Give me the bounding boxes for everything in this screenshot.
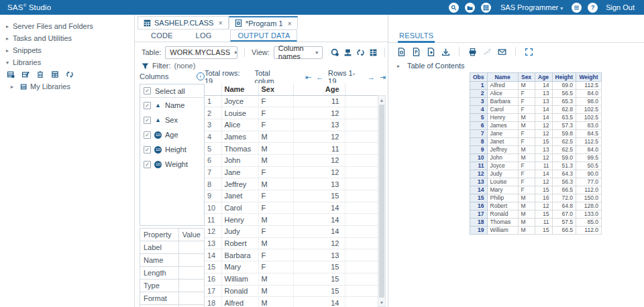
age-cell[interactable]: 14 [293, 202, 345, 214]
checkbox-checked-icon[interactable] [144, 161, 151, 168]
sex-cell[interactable]: F [258, 202, 293, 214]
age-cell[interactable]: 14 [293, 226, 345, 238]
tab-output-data[interactable]: OUTPUT DATA [230, 29, 297, 42]
table-row[interactable]: 13 Robert M 12 [205, 237, 378, 249]
row-number-cell[interactable]: 1 [205, 95, 221, 107]
age-cell[interactable]: 15 [293, 190, 345, 202]
row-number-cell[interactable]: 15 [205, 261, 221, 273]
tab-code[interactable]: CODE [144, 29, 180, 42]
row-number-cell[interactable]: 11 [205, 214, 221, 226]
goto-column-icon[interactable] [369, 48, 378, 57]
column-options-icon[interactable] [331, 48, 339, 57]
row-number-cell[interactable]: 10 [205, 202, 221, 214]
edit-library-icon[interactable] [21, 70, 30, 78]
sex-cell[interactable]: M [258, 131, 293, 143]
help-icon[interactable]: ? [588, 3, 598, 13]
name-cell[interactable]: Louise [221, 107, 258, 119]
sex-cell[interactable]: F [258, 261, 293, 273]
sign-out-button[interactable]: Sign Out [606, 3, 635, 11]
table-row[interactable]: 18 Alfred M 14 [205, 297, 378, 307]
table-row[interactable]: 6 John M 12 [205, 154, 378, 166]
checkbox-checked-icon[interactable] [144, 131, 151, 139]
download-icon[interactable] [441, 48, 450, 56]
server-status-icon[interactable] [572, 3, 582, 13]
last-page-icon[interactable]: ⇥ [380, 74, 386, 81]
row-number-cell[interactable]: 12 [205, 226, 221, 238]
name-cell[interactable]: Alfred [221, 297, 258, 307]
share-table-icon[interactable] [343, 48, 352, 57]
age-cell[interactable]: 13 [293, 249, 345, 261]
sex-cell[interactable]: M [258, 154, 293, 166]
age-cell[interactable]: 14 [293, 297, 345, 307]
new-library-icon[interactable] [7, 70, 15, 78]
column-item[interactable]: Age [140, 127, 204, 142]
table-row[interactable]: 8 Jeffrey M 13 [205, 178, 378, 190]
age-cell[interactable]: 12 [293, 166, 345, 178]
table-row[interactable]: 10 Carol F 14 [205, 202, 378, 214]
tab-program-1[interactable]: *Program 1 × [229, 16, 298, 29]
sex-cell[interactable]: F [258, 226, 293, 238]
name-cell[interactable]: Barbara [221, 249, 258, 261]
age-cell[interactable]: 11 [293, 95, 345, 107]
column-item[interactable]: Name [140, 98, 204, 113]
row-number-cell[interactable]: 18 [205, 297, 221, 307]
vertical-scrollbar[interactable]: ▲ ▼ [378, 95, 386, 307]
refresh-icon[interactable] [66, 70, 74, 78]
row-number-cell[interactable]: 14 [205, 249, 221, 261]
close-icon[interactable]: × [288, 19, 292, 27]
prev-page-icon[interactable]: ← [316, 74, 323, 81]
delete-icon[interactable] [36, 70, 44, 78]
sex-cell[interactable]: M [258, 143, 293, 155]
age-cell[interactable]: 11 [293, 143, 345, 155]
name-cell[interactable]: Henry [221, 214, 258, 226]
sex-cell[interactable]: F [258, 119, 293, 131]
age-cell[interactable]: 15 [293, 273, 345, 285]
first-page-icon[interactable]: ⇤ [305, 74, 311, 81]
table-of-contents-toggle[interactable]: ▸ Table of Contents [397, 62, 465, 70]
age-cell[interactable]: 15 [293, 261, 345, 273]
checkbox-checked-icon[interactable] [144, 102, 151, 109]
table-row[interactable]: 3 Alice F 13 [205, 119, 378, 131]
name-cell[interactable]: John [221, 154, 258, 166]
name-cell[interactable]: Judy [221, 226, 258, 238]
row-number-cell[interactable]: 8 [205, 178, 221, 190]
close-icon[interactable]: × [218, 19, 222, 27]
checkbox-checked-icon[interactable] [144, 117, 151, 124]
column-item[interactable]: Height [140, 142, 204, 157]
name-cell[interactable]: Alice [221, 119, 258, 131]
table-row[interactable]: 1 Joyce F 11 [205, 95, 378, 107]
sex-cell[interactable]: M [258, 273, 293, 285]
collapse-panel-icon[interactable]: ‹ [197, 72, 205, 80]
sex-cell[interactable]: F [258, 107, 293, 119]
sex-cell[interactable]: M [258, 237, 293, 249]
table-row[interactable]: 5 Thomas M 11 [205, 143, 378, 155]
html-output-icon[interactable] [397, 48, 406, 56]
row-number-cell[interactable]: 13 [205, 237, 221, 249]
sex-cell[interactable]: M [258, 178, 293, 190]
tree-item-my-libraries[interactable]: ▸ My Libraries [0, 80, 134, 93]
refresh-icon[interactable] [356, 48, 365, 57]
row-number-cell[interactable]: 6 [205, 154, 221, 166]
rtf-output-icon[interactable] [427, 48, 435, 56]
name-cell[interactable]: Janet [221, 190, 258, 202]
name-cell[interactable]: Ronald [221, 285, 258, 297]
name-cell[interactable]: Jeffrey [221, 178, 258, 190]
name-cell[interactable]: Robert [221, 237, 258, 249]
table-properties-icon[interactable] [51, 70, 59, 78]
user-menu[interactable]: SAS Programmer▾ [500, 3, 563, 11]
sex-cell[interactable]: M [258, 285, 293, 297]
name-cell[interactable]: William [221, 273, 258, 285]
col-header-age[interactable]: Age [293, 83, 345, 95]
table-row[interactable]: 17 Ronald M 15 [205, 285, 378, 297]
tab-sashelp-class[interactable]: SASHELP.CLASS × [138, 16, 229, 29]
age-cell[interactable]: 12 [293, 107, 345, 119]
table-row[interactable]: 12 Judy F 14 [205, 226, 378, 238]
name-cell[interactable]: Mary [221, 261, 258, 273]
age-cell[interactable]: 15 [293, 285, 345, 297]
sidebar-item-server-files[interactable]: ▸ Server Files and Folders [0, 20, 134, 32]
sidebar-item-tasks-utilities[interactable]: ▸ Tasks and Utilities [0, 32, 134, 44]
name-cell[interactable]: Joyce [221, 95, 258, 107]
select-all-row[interactable]: Select all [140, 84, 204, 98]
table-row[interactable]: 16 William M 15 [205, 273, 378, 285]
sex-cell[interactable]: F [258, 95, 293, 107]
